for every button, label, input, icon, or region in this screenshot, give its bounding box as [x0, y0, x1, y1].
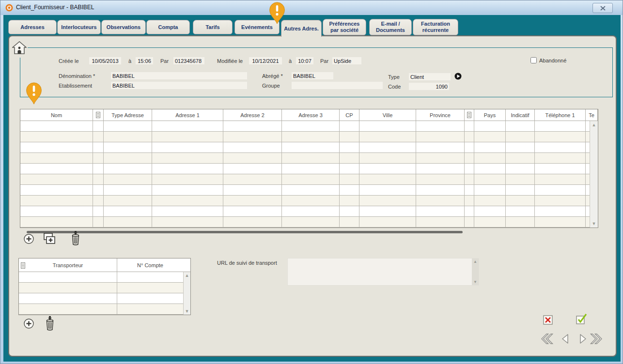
scroll-up-icon[interactable]: ▲: [184, 273, 190, 278]
table-cell[interactable]: [152, 217, 223, 227]
table-cell[interactable]: [152, 153, 223, 163]
tab-interlocuteurs[interactable]: Interlocuteurs: [57, 20, 101, 34]
table-cell[interactable]: [223, 153, 282, 163]
table-cell[interactable]: [20, 142, 93, 152]
table-cell[interactable]: [223, 164, 282, 174]
table-row[interactable]: [20, 164, 598, 174]
abandoned-checkbox[interactable]: [530, 57, 537, 63]
cancel-button[interactable]: [543, 315, 553, 327]
table-cell[interactable]: [282, 174, 340, 184]
table-cell[interactable]: [93, 121, 104, 131]
table-cell[interactable]: [535, 132, 586, 142]
table-cell[interactable]: [359, 121, 416, 131]
table-cell[interactable]: [506, 217, 535, 227]
column-header-indicatif[interactable]: Indicatif: [506, 109, 535, 121]
tab-tarifs[interactable]: Tarifs: [193, 20, 233, 34]
column-header-nom[interactable]: Nom: [20, 109, 93, 121]
column-header-cp[interactable]: CP: [340, 109, 359, 121]
tab-adresses[interactable]: Adresses: [8, 20, 57, 34]
table-cell[interactable]: [93, 164, 104, 174]
table-cell[interactable]: [535, 217, 586, 227]
table-cell[interactable]: [506, 132, 535, 142]
table-cell[interactable]: [416, 174, 465, 184]
column-header-adresse1[interactable]: Adresse 1: [152, 109, 223, 121]
vertical-scrollbar[interactable]: ▲ ▼: [183, 272, 190, 315]
table-cell[interactable]: [474, 185, 506, 195]
table-cell[interactable]: [506, 174, 535, 184]
table-cell[interactable]: [223, 196, 282, 206]
table-row[interactable]: [20, 153, 598, 164]
table-row[interactable]: [20, 185, 598, 196]
table-cell[interactable]: [104, 196, 152, 206]
table-cell[interactable]: [416, 121, 465, 131]
table-cell[interactable]: [340, 142, 359, 152]
table-cell[interactable]: [506, 164, 535, 174]
table-cell[interactable]: [223, 132, 282, 142]
table-cell[interactable]: [152, 142, 223, 152]
table-cell[interactable]: [282, 196, 340, 206]
table-cell[interactable]: [506, 142, 535, 152]
table-cell[interactable]: [535, 142, 586, 152]
tab-preferences-par-societe[interactable]: Préférences par société: [323, 19, 366, 35]
table-cell[interactable]: [465, 164, 474, 174]
table-cell[interactable]: [359, 153, 416, 163]
table-cell[interactable]: [19, 293, 117, 303]
column-header-type-adresse[interactable]: Type Adresse: [104, 109, 152, 121]
table-cell[interactable]: [282, 185, 340, 195]
table-cell[interactable]: [506, 196, 535, 206]
table-cell[interactable]: [340, 153, 359, 163]
column-header-transporteur[interactable]: Transporteur: [19, 258, 117, 272]
created-by-field[interactable]: [173, 57, 205, 65]
table-row[interactable]: [19, 304, 190, 315]
vertical-scrollbar[interactable]: ▲ ▼: [590, 121, 598, 228]
table-row[interactable]: [20, 132, 598, 142]
table-cell[interactable]: [416, 196, 465, 206]
table-cell[interactable]: [359, 206, 416, 216]
table-cell[interactable]: [152, 132, 223, 142]
table-cell[interactable]: [465, 174, 474, 184]
table-cell[interactable]: [474, 196, 506, 206]
table-row[interactable]: [20, 121, 598, 132]
table-cell[interactable]: [104, 153, 152, 163]
table-cell[interactable]: [474, 206, 506, 216]
table-cell[interactable]: [340, 121, 359, 131]
table-cell[interactable]: [282, 132, 340, 142]
scroll-up-icon[interactable]: ▲: [472, 259, 479, 264]
abrege-field[interactable]: [291, 72, 334, 80]
table-cell[interactable]: [282, 164, 340, 174]
modified-time-field[interactable]: [296, 57, 314, 65]
column-header-lookup2[interactable]: [465, 109, 474, 121]
table-cell[interactable]: [104, 164, 152, 174]
column-header-ville[interactable]: Ville: [359, 109, 416, 121]
modified-date-field[interactable]: [249, 57, 282, 65]
table-cell[interactable]: [416, 185, 465, 195]
etablissement-field[interactable]: [110, 81, 248, 90]
table-row[interactable]: [20, 206, 598, 217]
nav-next-button[interactable]: [578, 334, 588, 346]
tab-autres-adres[interactable]: Autres Adres.: [281, 20, 322, 37]
table-cell[interactable]: [340, 132, 359, 142]
table-cell[interactable]: [104, 121, 152, 131]
table-cell[interactable]: [506, 153, 535, 163]
column-header-lookup[interactable]: [93, 109, 104, 121]
table-cell[interactable]: [223, 121, 282, 131]
table-cell[interactable]: [104, 185, 152, 195]
table-cell[interactable]: [223, 217, 282, 227]
table-cell[interactable]: [93, 196, 104, 206]
groupe-field[interactable]: [291, 81, 383, 90]
table-cell[interactable]: [20, 153, 93, 163]
tab-compta[interactable]: Compta: [146, 20, 190, 34]
table-cell[interactable]: [223, 185, 282, 195]
table-cell[interactable]: [152, 164, 223, 174]
nav-previous-button[interactable]: [561, 334, 570, 346]
table-cell[interactable]: [535, 164, 586, 174]
modified-by-field[interactable]: [332, 57, 362, 65]
table-cell[interactable]: [19, 272, 117, 282]
table-cell[interactable]: [535, 206, 586, 216]
add-address-button[interactable]: [24, 234, 34, 246]
table-cell[interactable]: [465, 217, 474, 227]
table-cell[interactable]: [359, 196, 416, 206]
add-transport-button[interactable]: [24, 318, 34, 331]
column-header-no-compte[interactable]: N° Compte: [117, 258, 183, 272]
table-row[interactable]: [20, 217, 598, 228]
